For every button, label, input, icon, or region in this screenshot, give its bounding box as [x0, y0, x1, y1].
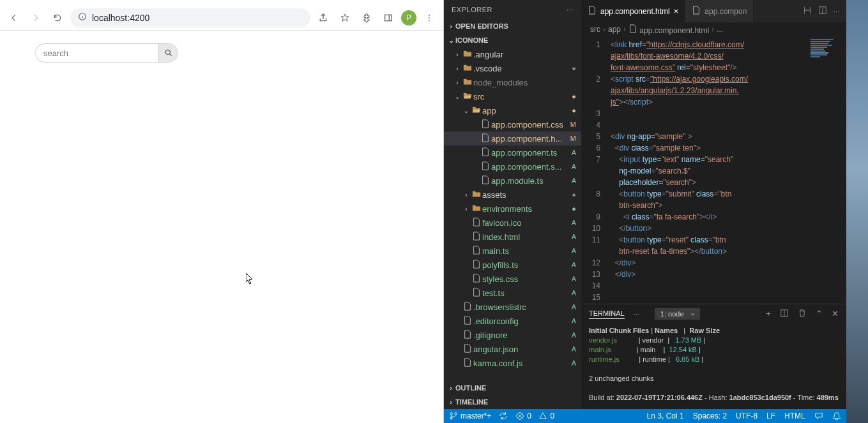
- back-button[interactable]: [5, 9, 23, 27]
- file-icon: [480, 133, 491, 144]
- section-project[interactable]: ⌄ICONONE: [444, 33, 581, 47]
- tree-item[interactable]: main.tsA: [444, 244, 581, 258]
- bookmark-icon[interactable]: [336, 9, 354, 27]
- tree-item[interactable]: .editorconfigA: [444, 314, 581, 328]
- tree-item[interactable]: app.component.cssM: [444, 117, 581, 131]
- minimap[interactable]: [808, 36, 846, 304]
- terminal-tab[interactable]: TERMINAL: [589, 309, 625, 319]
- code-area[interactable]: <link href="https://cdnjs.cloudflare.com…: [607, 36, 808, 304]
- sync-icon[interactable]: [499, 412, 508, 420]
- share-icon[interactable]: [314, 9, 332, 27]
- git-decoration: ●: [572, 205, 576, 212]
- breadcrumb-item[interactable]: app: [608, 25, 621, 34]
- notifications-icon[interactable]: [832, 412, 841, 420]
- section-timeline[interactable]: ›TIMELINE: [444, 395, 581, 409]
- editor-tab[interactable]: app.compon: [685, 0, 754, 22]
- tree-item[interactable]: .gitignoreA: [444, 328, 581, 342]
- section-open-editors[interactable]: ›OPEN EDITORS: [444, 19, 581, 33]
- profile-avatar[interactable]: P: [401, 10, 416, 26]
- tree-item[interactable]: ⌄app●: [444, 103, 581, 117]
- tree-item[interactable]: favicon.icoA: [444, 216, 581, 230]
- tree-item-label: node_modules: [473, 78, 576, 87]
- git-decoration: A: [572, 177, 576, 184]
- tree-item[interactable]: ›environments●: [444, 202, 581, 216]
- indentation[interactable]: Spaces: 2: [693, 412, 727, 420]
- url-text: localhost:4200: [92, 13, 149, 23]
- git-decoration: A: [572, 247, 576, 255]
- tree-item[interactable]: styles.cssA: [444, 272, 581, 286]
- editor-body[interactable]: 123456789101112131415 <link href="https:…: [581, 36, 846, 304]
- split-icon[interactable]: [818, 6, 827, 17]
- tree-item[interactable]: ›.angular: [444, 47, 581, 61]
- maximize-terminal-icon[interactable]: ⌃: [816, 309, 823, 320]
- folder-icon: [462, 77, 473, 88]
- language-mode[interactable]: HTML: [784, 412, 805, 420]
- eol[interactable]: LF: [766, 412, 775, 420]
- tree-item[interactable]: app.component.s...A: [444, 160, 581, 174]
- encoding[interactable]: UTF-8: [736, 412, 758, 420]
- svg-rect-3: [385, 15, 392, 20]
- new-terminal-icon[interactable]: +: [766, 309, 771, 320]
- tree-item[interactable]: angular.jsonA: [444, 342, 581, 356]
- tree-item[interactable]: ⌄src●: [444, 89, 581, 103]
- tree-item[interactable]: ›assets●: [444, 188, 581, 202]
- forward-button[interactable]: [27, 9, 45, 27]
- close-tab-icon[interactable]: ×: [674, 6, 679, 16]
- git-decoration: ●: [572, 64, 576, 72]
- editor-tab[interactable]: app.component.html×: [581, 0, 685, 22]
- more-icon[interactable]: ···: [567, 6, 574, 13]
- breadcrumb-item[interactable]: src: [590, 25, 600, 34]
- git-decoration: A: [572, 261, 576, 269]
- menu-icon[interactable]: [420, 9, 438, 27]
- tree-item[interactable]: ›node_modules: [444, 75, 581, 89]
- page-content: [0, 31, 443, 423]
- section-outline[interactable]: ›OUTLINE: [444, 381, 581, 395]
- git-decoration: ●: [572, 191, 576, 198]
- tree-item[interactable]: app.component.tsA: [444, 145, 581, 160]
- line-gutter: 123456789101112131415: [581, 36, 607, 304]
- breadcrumb-item[interactable]: app.component.html: [628, 24, 709, 35]
- tree-item[interactable]: ›.vscode●: [444, 61, 581, 75]
- search-input[interactable]: [36, 48, 158, 58]
- sidepanel-icon[interactable]: [379, 9, 397, 27]
- branch-indicator[interactable]: master*+: [449, 412, 491, 420]
- git-decoration: M: [570, 135, 576, 142]
- tree-item-label: karma.conf.js: [473, 359, 569, 368]
- breadcrumb-item[interactable]: ...: [717, 25, 723, 34]
- tree-item[interactable]: test.tsA: [444, 286, 581, 300]
- reload-button[interactable]: [49, 9, 66, 27]
- tree-item[interactable]: .browserslistrcA: [444, 300, 581, 314]
- tree-item-label: app.component.h...: [491, 134, 568, 144]
- tree-item[interactable]: app.module.tsA: [444, 174, 581, 188]
- search-button[interactable]: [158, 43, 178, 63]
- tree-item[interactable]: app.component.h...M: [444, 131, 581, 145]
- git-decoration: A: [572, 303, 576, 311]
- cursor-position[interactable]: Ln 3, Col 1: [647, 412, 684, 420]
- terminal-select[interactable]: 1: node: [655, 308, 700, 320]
- folder-icon: [462, 91, 473, 102]
- file-icon: [471, 288, 482, 299]
- tree-item-label: app.component.css: [491, 120, 568, 130]
- close-panel-icon[interactable]: ✕: [832, 309, 839, 320]
- git-decoration: A: [572, 317, 576, 325]
- tree-item[interactable]: karma.conf.jsA: [444, 356, 581, 370]
- tree-item-label: .angular: [473, 50, 576, 59]
- compare-icon[interactable]: [803, 6, 812, 17]
- breadcrumb[interactable]: src›app› app.component.html›...: [581, 22, 846, 36]
- more-actions-icon[interactable]: ···: [834, 7, 840, 16]
- git-decoration: A: [572, 331, 576, 339]
- terminal-overflow-icon[interactable]: ···: [634, 310, 639, 318]
- site-info-icon[interactable]: [78, 12, 87, 23]
- problems-indicator[interactable]: 0 0: [515, 412, 554, 420]
- tree-item-label: app.module.ts: [491, 176, 569, 186]
- tree-item[interactable]: polyfills.tsA: [444, 258, 581, 272]
- extensions-icon[interactable]: [358, 9, 376, 27]
- git-decoration: ●: [572, 107, 576, 114]
- svg-point-8: [165, 50, 170, 54]
- kill-terminal-icon[interactable]: [798, 309, 807, 320]
- url-box[interactable]: localhost:4200: [70, 8, 310, 27]
- split-terminal-icon[interactable]: [780, 309, 789, 320]
- tree-item[interactable]: index.htmlA: [444, 230, 581, 244]
- terminal-body[interactable]: Initial Chunk Files | Names | Raw Sizeve…: [581, 323, 846, 409]
- feedback-icon[interactable]: [814, 412, 823, 420]
